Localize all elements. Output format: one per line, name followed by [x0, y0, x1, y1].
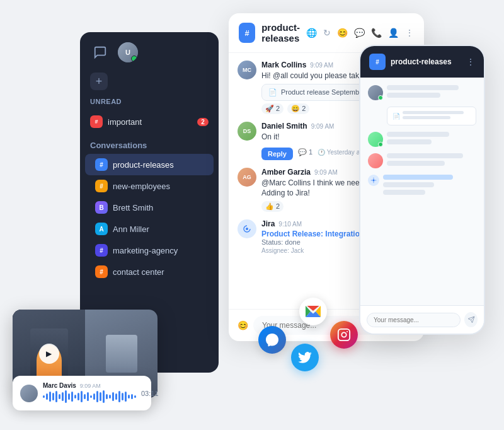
jira-avatar	[238, 219, 256, 238]
mobile-channel-name: product-releases	[391, 57, 461, 66]
channel-icon: #	[95, 244, 108, 257]
unread-badge: 2	[197, 118, 209, 126]
unread-important-item[interactable]: # important 2	[80, 110, 219, 133]
wave-bar	[59, 394, 60, 399]
mobile-message-lines	[383, 175, 476, 197]
mobile-avatar	[368, 132, 383, 147]
sidebar-item-contact-center[interactable]: # contact center	[85, 261, 214, 282]
voice-user-name: Marc Davis	[43, 382, 76, 389]
wave-bar	[106, 394, 108, 399]
globe-icon[interactable]: 🌐	[306, 28, 317, 38]
sidebar-item-ann-miller[interactable]: A Ann Miller	[85, 218, 214, 240]
nav-label: marketing-agency	[113, 246, 203, 255]
mobile-message-input[interactable]	[367, 313, 461, 327]
refresh-icon[interactable]: ↻	[323, 28, 331, 38]
mobile-avatar	[368, 85, 383, 100]
svg-point-1	[372, 179, 374, 181]
wave-bar	[74, 395, 76, 398]
sidebar-item-product-releases[interactable]: # product-releases	[85, 154, 214, 175]
reaction[interactable]: 👍 2	[261, 201, 284, 212]
sidebar-item-marketing-agency[interactable]: # marketing-agency	[85, 240, 214, 261]
avatar[interactable]: U	[118, 42, 138, 62]
svg-point-5	[341, 332, 346, 337]
message-time: 9:09 AM	[310, 62, 333, 69]
wave-bar	[46, 393, 48, 400]
important-label: important	[108, 117, 192, 127]
svg-rect-4	[338, 329, 350, 340]
twitter-icon[interactable]	[291, 344, 319, 371]
emoji-icon[interactable]: 😊	[337, 28, 348, 38]
wave-bar	[131, 394, 133, 399]
wave-bar	[77, 393, 79, 400]
attach-lines	[403, 111, 471, 121]
dm-icon: B	[95, 201, 108, 214]
wave-bar	[103, 390, 105, 403]
mobile-panel: # product-releases ⋮ 📄	[359, 45, 485, 335]
svg-point-6	[346, 331, 348, 332]
sidebar-item-brett-smith[interactable]: B Brett Smith	[85, 197, 214, 218]
wave-bar	[93, 393, 95, 400]
wave-bar	[96, 391, 98, 402]
wave-bar	[128, 395, 130, 398]
chat-icon[interactable]: 💬	[354, 28, 365, 38]
header-icons: 🌐 ↻ 😊 💬 📞 👤 ⋮	[306, 28, 414, 38]
message-time: 9:10 AM	[278, 221, 302, 228]
message-author: Daniel Smith	[261, 122, 307, 131]
voice-avatar	[20, 385, 38, 402]
play-button[interactable]: ▶	[39, 344, 59, 364]
nav-label: Brett Smith	[113, 203, 203, 212]
voice-message-time: 9:09 AM	[80, 383, 101, 389]
sidebar-item-new-employees[interactable]: # new-employees	[85, 175, 214, 197]
reply-count: 💬 1	[298, 148, 312, 156]
mobile-input-area	[360, 305, 484, 334]
reply-button[interactable]: Reply	[261, 148, 293, 160]
important-channel-icon: #	[90, 115, 103, 128]
mobile-channel-icon: #	[369, 54, 386, 70]
wave-bar	[84, 394, 86, 399]
mobile-header: # product-releases ⋮	[360, 46, 484, 78]
messenger-icon[interactable]	[258, 326, 286, 354]
wave-bar	[125, 392, 127, 402]
mobile-jira-icon	[368, 175, 379, 186]
wave-bar	[81, 391, 83, 402]
instagram-icon[interactable]	[330, 321, 358, 349]
channel-icon: #	[95, 265, 108, 278]
sidebar-logo-icon	[90, 42, 110, 62]
main-container: U + Unread # important 2 Conversations #…	[6, 13, 498, 417]
more-icon[interactable]: ⋮	[405, 28, 414, 38]
channel-icon: #	[95, 180, 108, 192]
wave-bar	[68, 393, 70, 400]
wave-bar	[62, 392, 64, 401]
message-time: 9:09 AM	[311, 123, 335, 130]
mobile-messages: 📄	[360, 78, 484, 305]
input-emoji-icon[interactable]: 😊	[238, 320, 248, 330]
reaction[interactable]: 😄 2	[287, 103, 309, 114]
attach-icon: 📄	[392, 113, 400, 120]
mobile-send-button[interactable]	[464, 312, 478, 327]
mobile-message-lines	[387, 85, 476, 100]
wave-bar	[87, 392, 89, 401]
voice-message-card: Marc Davis 9:09 AM	[13, 376, 151, 410]
gmail-icon[interactable]	[299, 298, 327, 325]
nav-label: product-releases	[113, 160, 203, 170]
attachment-icon: 📄	[268, 88, 277, 96]
mobile-attachment: 📄	[387, 107, 476, 125]
reaction[interactable]: 🚀 2	[261, 103, 284, 114]
add-button[interactable]: +	[90, 73, 108, 90]
unread-section-label: Unread	[80, 98, 219, 110]
wave-bar	[43, 395, 45, 398]
wave-bar	[109, 395, 111, 398]
phone-icon[interactable]: 📞	[371, 28, 382, 38]
mobile-message-item	[368, 132, 476, 147]
members-icon[interactable]: 👤	[388, 28, 399, 38]
channel-name: product-releases	[261, 22, 300, 44]
mobile-message-item	[368, 85, 476, 100]
voice-duration: 03:11	[141, 390, 159, 397]
conversations-section-label: Conversations	[80, 133, 219, 154]
mobile-message-lines	[387, 153, 476, 168]
mobile-more-icon[interactable]: ⋮	[466, 57, 475, 67]
avatar: MC	[238, 61, 256, 79]
wave-bar	[100, 392, 101, 401]
message-author: Jira	[261, 219, 275, 228]
message-author: Mark Collins	[261, 61, 306, 69]
